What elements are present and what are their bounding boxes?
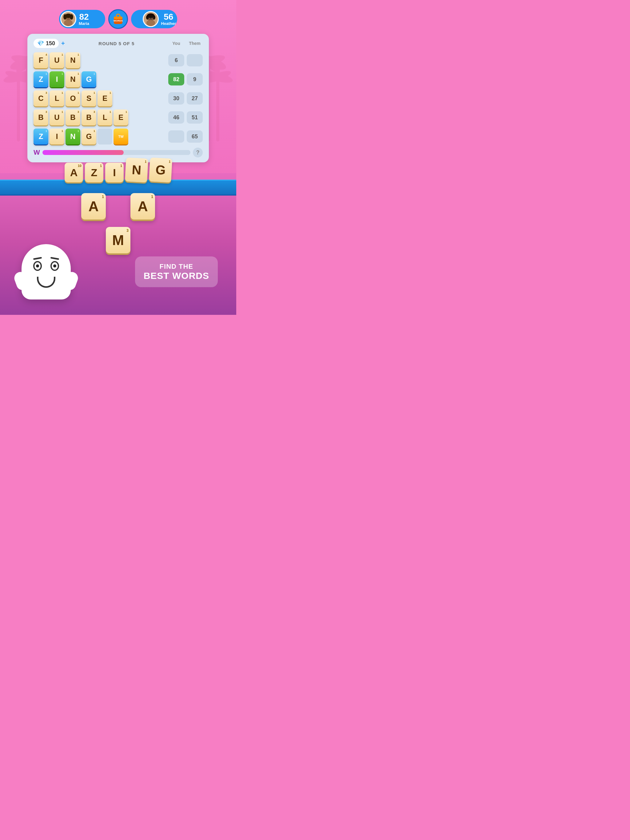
tile-N3-green[interactable]: 1N <box>65 128 80 145</box>
right-player-name: Heather <box>161 21 176 26</box>
gem-count: 150 <box>46 40 55 47</box>
ghost-eyebrow-right <box>51 257 59 260</box>
ghost-body <box>22 244 71 300</box>
tile-L2[interactable]: 1L <box>98 109 112 125</box>
floating-tile-Z[interactable]: 1 Z <box>85 163 103 182</box>
tile-F[interactable]: 4F <box>33 52 48 68</box>
tile-tw: TW <box>114 128 128 145</box>
tile-B3[interactable]: 3B <box>82 109 96 125</box>
gem-icon: 💎 <box>37 40 44 47</box>
score-them-1 <box>187 54 203 66</box>
timer-row: W ? <box>33 148 203 158</box>
tile-Z[interactable]: 1Z <box>33 71 48 87</box>
svg-rect-8 <box>216 80 219 141</box>
bottom-tile-A2[interactable]: 1 A <box>130 193 155 219</box>
word-row-4: 3B 1U 3B 3B 1L 1E 46 51 <box>33 109 203 125</box>
tile-C[interactable]: 3C <box>33 90 48 106</box>
score-you-2: 82 <box>168 73 184 85</box>
ghost-eye-right <box>51 261 59 271</box>
floating-word-azinga: 10 A 1 Z 1 I 1 N 1 G <box>65 161 172 185</box>
tile-Z2[interactable]: 1Z <box>33 128 48 145</box>
bottom-tile-M[interactable]: 3 M <box>106 227 130 253</box>
svg-point-19 <box>63 14 67 20</box>
tile-G2[interactable]: 1G <box>82 128 96 145</box>
board-header: 💎 150 + ROUND 5 OF 5 You Them <box>33 39 203 48</box>
tile-S[interactable]: 1S <box>82 90 96 106</box>
them-column-header: Them <box>187 41 203 46</box>
left-score-info: 82 Maria <box>79 13 89 26</box>
right-score-info: 56 Heather <box>161 13 176 26</box>
word-tiles-1: 4F 1U 1N <box>33 52 166 68</box>
m-tile-points: 3 <box>127 229 128 233</box>
speech-line-1: FIND THE <box>144 262 209 271</box>
gem-score-container: 💎 150 <box>33 39 59 48</box>
m-tile-letter: M <box>112 233 124 247</box>
ghost-eyebrow-left <box>33 257 42 260</box>
score-them-4: 51 <box>187 111 203 123</box>
svg-point-20 <box>70 14 73 20</box>
tile-B2[interactable]: 3B <box>65 109 80 125</box>
speech-line-2: BEST WORDS <box>144 271 209 281</box>
left-player-name: Maria <box>79 21 89 26</box>
tile-U2[interactable]: 1U <box>49 109 64 125</box>
tile-E2[interactable]: 1E <box>114 109 128 125</box>
center-bag-icon: WORDS <box>108 9 128 29</box>
svg-point-16 <box>64 20 73 26</box>
ghost-pupil-right <box>53 264 56 267</box>
word-tiles-4: 3B 1U 3B 3B 1L 1E <box>33 109 166 125</box>
speech-bubble: FIND THE BEST WORDS <box>135 256 218 287</box>
left-player-avatar <box>60 11 76 27</box>
score-them-2: 9 <box>187 73 203 85</box>
left-player-score: 82 Maria <box>59 10 105 28</box>
svg-rect-1 <box>17 80 20 141</box>
tile-L[interactable]: 1L <box>49 90 64 106</box>
tile-E[interactable]: 1E <box>98 90 112 106</box>
svg-text:WORDS: WORDS <box>114 19 123 22</box>
floating-tile-G[interactable]: 1 G <box>149 158 172 183</box>
round-indicator: ROUND 5 OF 5 <box>67 41 166 46</box>
bottom-tile-A1[interactable]: 1 A <box>81 193 106 219</box>
word-tiles-2: 1Z 1I 1N 1G <box>33 71 166 87</box>
game-board: 💎 150 + ROUND 5 OF 5 You Them 4F 1U 1N 6… <box>27 34 209 163</box>
tile-I2[interactable]: 1I <box>49 128 64 145</box>
floating-tile-I[interactable]: 1 I <box>105 163 123 182</box>
score-you-1: 6 <box>168 54 184 66</box>
svg-rect-22 <box>114 17 122 19</box>
tile-B1[interactable]: 3B <box>33 109 48 125</box>
add-gems-button[interactable]: + <box>61 40 65 47</box>
score-you-3: 30 <box>168 92 184 104</box>
score-them-5: 65 <box>187 130 203 143</box>
tile-U[interactable]: 1U <box>49 52 64 68</box>
word-tiles-5: 1Z 1I 1N 1G TW <box>33 128 166 145</box>
right-player-avatar <box>143 11 159 27</box>
score-header: 82 Maria WORDS 56 Heather <box>38 9 198 29</box>
help-button[interactable]: ? <box>193 148 203 158</box>
score-you-5 <box>168 130 184 143</box>
you-column-header: You <box>168 41 184 46</box>
svg-point-26 <box>146 20 155 26</box>
score-them-3: 27 <box>187 92 203 104</box>
ghost-eye-left <box>33 261 42 271</box>
tile-N2[interactable]: 1N <box>65 71 80 87</box>
tile-G[interactable]: 1G <box>82 71 96 87</box>
left-score-number: 82 <box>79 13 89 21</box>
bottom-letter-tiles: 1 A 1 A <box>81 193 155 219</box>
ghost-mouth <box>37 277 55 288</box>
timer-bar-fill <box>43 150 124 155</box>
ghost-pupil-left <box>36 264 39 267</box>
timer-w-label: W <box>33 148 40 156</box>
floating-tile-N[interactable]: 1 N <box>125 158 148 183</box>
ghost-mascot <box>19 244 74 306</box>
tile-N[interactable]: 1N <box>65 52 80 68</box>
tile-I-green[interactable]: 1I <box>49 71 64 87</box>
word-row-2: 1Z 1I 1N 1G 82 9 <box>33 71 203 87</box>
word-row-1: 4F 1U 1N 6 <box>33 52 203 68</box>
tile-O[interactable]: 1O <box>65 90 80 106</box>
floating-tile-A[interactable]: 10 A <box>65 163 83 182</box>
tile-empty-1 <box>98 128 112 145</box>
score-you-4: 46 <box>168 111 184 123</box>
word-row-3: 3C 1L 1O 1S 1E 30 27 <box>33 90 203 106</box>
score-column-headers: You Them <box>168 41 203 46</box>
timer-bar-background <box>43 150 190 155</box>
word-row-5: 1Z 1I 1N 1G TW 65 <box>33 128 203 145</box>
